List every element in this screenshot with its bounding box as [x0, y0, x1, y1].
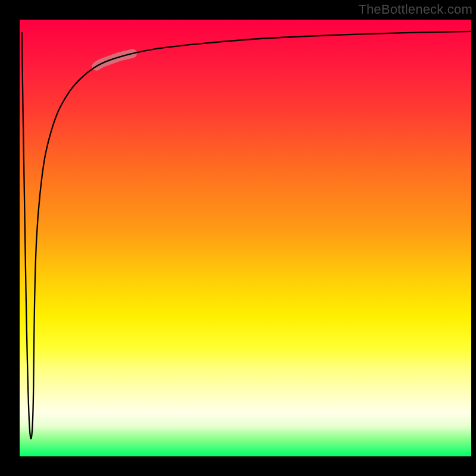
curve-svg: [20, 20, 471, 456]
main-curve: [22, 32, 471, 439]
chart-container: TheBottleneck.com: [0, 0, 476, 476]
plot-area: [20, 20, 471, 456]
watermark-text: TheBottleneck.com: [358, 2, 472, 17]
